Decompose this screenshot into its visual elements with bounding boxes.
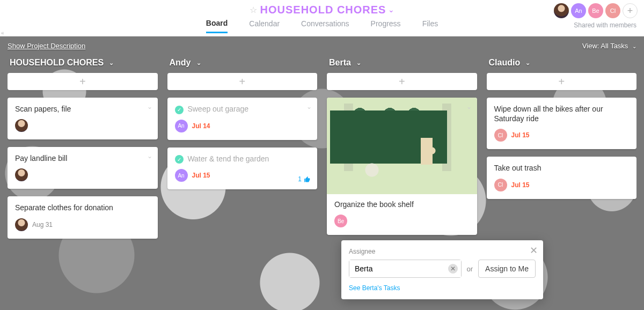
chevron-down-icon[interactable]: ⌄	[466, 103, 472, 110]
chevron-down-icon: ⌄	[356, 60, 361, 67]
task-title: Take out trash	[494, 163, 630, 173]
chevron-down-icon[interactable]: ⌄	[147, 152, 152, 160]
project-title[interactable]: HOUSEHOLD CHORES	[260, 4, 386, 16]
assignee-avatar[interactable]: An	[175, 120, 188, 132]
avatar-cl[interactable]: Cl	[605, 3, 620, 18]
column-household-chores: HOUSEHOLD CHORES ⌄ + ⌄ Scan papers, file…	[8, 56, 158, 310]
avatar-owner[interactable]	[554, 3, 569, 18]
collapse-handle-icon[interactable]: «	[1, 30, 4, 36]
due-date: Jul 15	[192, 172, 210, 179]
add-card-button[interactable]: +	[327, 73, 477, 90]
chevron-down-icon[interactable]: ⌄	[147, 103, 152, 110]
column-title: HOUSEHOLD CHORES	[10, 58, 104, 68]
due-date: Jul 15	[511, 131, 530, 139]
task-card[interactable]: ✓ Water & tend the garden An Jul 15 1	[167, 147, 318, 190]
column-header[interactable]: HOUSEHOLD CHORES ⌄	[8, 56, 158, 73]
tab-files[interactable]: Files	[422, 19, 438, 32]
task-card[interactable]: ⌄ Scan papers, file	[8, 98, 158, 139]
task-cover-image	[327, 98, 477, 194]
avatar-an[interactable]: An	[571, 3, 586, 18]
task-card[interactable]: Separate clothes for donation Aug 31	[8, 196, 158, 238]
assignee-avatar[interactable]: Cl	[494, 179, 507, 191]
task-card[interactable]: ⌄ ✓ Sweep out garage An Jul 14	[167, 98, 318, 140]
due-date: Jul 15	[511, 181, 530, 189]
task-title: ✓ Water & tend the garden	[175, 154, 310, 164]
add-card-button[interactable]: +	[8, 73, 158, 90]
task-title: Wipe down all the bikes after our Saturd…	[494, 104, 630, 123]
tab-board[interactable]: Board	[206, 19, 228, 33]
column-title: Andy	[170, 58, 191, 68]
assignee-avatar[interactable]	[15, 119, 28, 132]
thumb-up-icon	[304, 176, 311, 183]
tab-progress[interactable]: Progress	[371, 19, 401, 32]
task-title: ✓ Sweep out garage	[175, 104, 310, 114]
like-count[interactable]: 1	[298, 175, 311, 183]
star-icon[interactable]: ☆	[250, 5, 257, 15]
task-card[interactable]: Take out trash Cl Jul 15	[487, 157, 637, 198]
close-icon[interactable]: ✕	[530, 245, 538, 256]
check-circle-icon: ✓	[175, 155, 184, 164]
assign-to-me-button[interactable]: Assign to Me	[478, 260, 536, 278]
task-title: Pay landline bill	[15, 153, 150, 163]
check-circle-icon: ✓	[175, 106, 184, 114]
task-card[interactable]: Wipe down all the bikes after our Saturd…	[487, 98, 637, 149]
add-member-button[interactable]: +	[623, 3, 638, 18]
assignee-popover: ✕ Assignee ✕ or Assign to Me See Berta's…	[341, 240, 543, 299]
shared-label[interactable]: Shared with members	[574, 21, 636, 29]
task-title: Organize the book shelf	[334, 200, 470, 209]
project-tabs: Board Calendar Conversations Progress Fi…	[0, 17, 644, 34]
assignee-avatar[interactable]: Cl	[494, 129, 507, 142]
tab-conversations[interactable]: Conversations	[301, 19, 349, 32]
chevron-down-icon[interactable]: ⌄	[388, 5, 394, 14]
task-card[interactable]: ⌄ Pay landline bill	[8, 147, 158, 189]
chevron-down-icon: ⌄	[109, 60, 114, 67]
assignee-avatar[interactable]	[15, 218, 28, 231]
add-card-button[interactable]: +	[487, 73, 637, 90]
view-filter[interactable]: View: All Tasks ⌄	[582, 42, 636, 50]
assignee-avatar[interactable]	[15, 168, 28, 181]
popover-label: Assignee	[349, 248, 536, 255]
add-card-button[interactable]: +	[167, 73, 318, 90]
clear-input-icon[interactable]: ✕	[448, 264, 458, 274]
chevron-down-icon: ⌄	[525, 60, 530, 67]
column-header[interactable]: Claudio ⌄	[487, 56, 637, 73]
task-title: Scan papers, file	[15, 104, 150, 114]
board-toolbar: Show Project Description View: All Tasks…	[8, 42, 636, 50]
or-label: or	[467, 265, 473, 273]
see-tasks-link[interactable]: See Berta's Tasks	[349, 284, 536, 292]
tab-calendar[interactable]: Calendar	[249, 19, 280, 32]
project-members: An Be Cl +	[554, 3, 638, 18]
show-description-link[interactable]: Show Project Description	[8, 42, 85, 50]
chevron-down-icon: ⌄	[632, 43, 636, 49]
task-title: Separate clothes for donation	[15, 203, 150, 212]
avatar-be[interactable]: Be	[588, 3, 603, 18]
column-header[interactable]: Berta ⌄	[327, 56, 477, 73]
view-filter-label: View: All Tasks	[582, 42, 628, 50]
due-date: Aug 31	[32, 221, 53, 228]
assignee-avatar[interactable]: An	[175, 169, 188, 182]
task-card[interactable]: ⌄ Organize the book shelf Be	[327, 98, 477, 235]
due-date: Jul 14	[192, 122, 210, 130]
column-title: Claudio	[489, 58, 521, 68]
assignee-avatar[interactable]: Be	[334, 215, 347, 227]
assignee-input[interactable]	[349, 260, 461, 277]
column-title: Berta	[329, 58, 351, 68]
assignee-input-wrap: ✕	[349, 260, 462, 278]
column-header[interactable]: Andy ⌄	[167, 56, 318, 73]
chevron-down-icon[interactable]: ⌄	[306, 103, 312, 110]
column-andy: Andy ⌄ + ⌄ ✓ Sweep out garage An Jul 14 …	[167, 56, 318, 310]
app-header: « ☆ HOUSEHOLD CHORES ⌄ Board Calendar Co…	[0, 0, 644, 36]
chevron-down-icon: ⌄	[196, 60, 201, 67]
